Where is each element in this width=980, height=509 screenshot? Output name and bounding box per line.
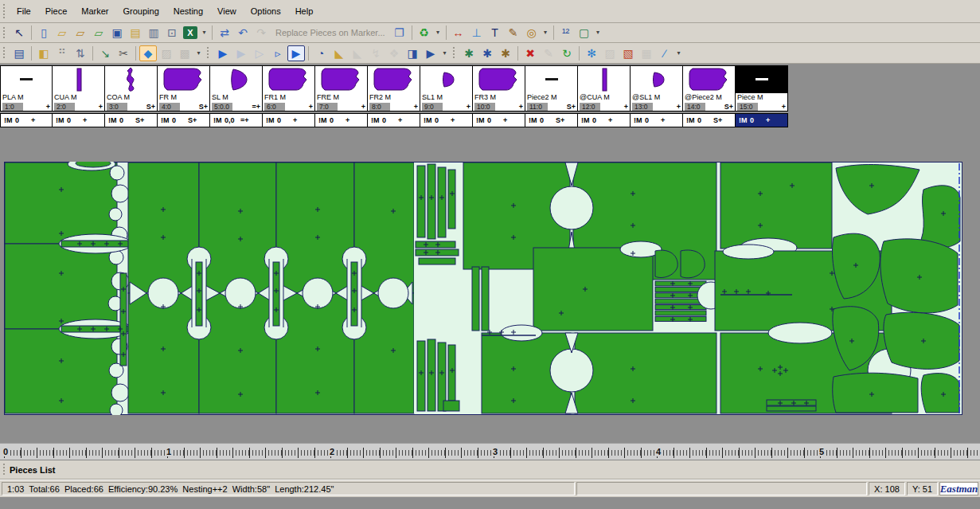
piece-status-cell[interactable]: !M 0 S+ — [105, 113, 158, 127]
redo-icon[interactable]: ↷ — [252, 25, 270, 41]
refresh-icon[interactable]: ↻ — [558, 45, 576, 61]
piece-cell-piece2-m[interactable]: Piece2 M 11:0 S+ — [525, 65, 578, 112]
piece-status-cell[interactable]: !M 0 S+ — [158, 113, 210, 127]
piece-status-cell[interactable]: !M 0 + — [315, 113, 368, 127]
open-folder-icon[interactable]: ▱ — [53, 25, 71, 41]
toolbar-grip[interactable] — [452, 46, 456, 61]
nest-tools3-icon[interactable]: ✱ — [497, 45, 514, 61]
menu-piece[interactable]: Piece — [38, 4, 75, 18]
piece-status-cell[interactable]: !M 0 + — [0, 113, 53, 127]
piece-status-cell[interactable]: !M 0 + — [53, 113, 105, 127]
piece-status-cell[interactable]: !M 0 + — [736, 113, 788, 127]
angle-tool-icon[interactable]: ∕ — [656, 45, 674, 61]
menu-view[interactable]: View — [210, 4, 244, 18]
piece-status-cell[interactable]: !M 0 + — [473, 113, 525, 127]
piece-cell-sl-m[interactable]: SL M 5:0.0 =+ — [210, 65, 263, 112]
piece-cell-fr3-m[interactable]: FR3 M 10:0 + — [473, 65, 525, 112]
print-icon[interactable]: ▥ — [145, 25, 162, 41]
piece-cell-fr1-m[interactable]: FR1 M 6:0 + — [263, 65, 315, 112]
piece-cell-cua-m[interactable]: CUA M 2:0 + — [53, 65, 105, 112]
piece-status-cell[interactable]: !M 0 + — [263, 113, 315, 127]
marker-canvas[interactable] — [4, 162, 965, 415]
piece-list-icon[interactable]: ◧ — [35, 45, 53, 61]
piece-status-cell[interactable]: !M 0 + — [420, 113, 473, 127]
nest-start-icon[interactable]: ▶ — [214, 45, 232, 61]
delete-icon[interactable]: ✖ — [521, 45, 539, 61]
nest-pause-icon[interactable]: ▶ — [232, 45, 250, 61]
recycle-icon[interactable]: ♻ — [416, 25, 433, 41]
menu-marker[interactable]: Marker — [74, 4, 115, 18]
quick-nest-icon[interactable]: ↯ — [367, 45, 385, 61]
piece-status-cell[interactable]: !M 0 S+ — [683, 113, 736, 127]
piece-cell-fr-m[interactable]: FR M 4:0 S+ — [158, 65, 210, 112]
dropdown-caret-icon[interactable]: ▾ — [200, 25, 209, 41]
measure-icon[interactable]: ↔ — [450, 25, 467, 41]
piece-cell--piece2-m[interactable]: @Piece2 M 14:0 S+ — [683, 65, 736, 112]
drop-pieces-icon[interactable]: ◣ — [330, 45, 348, 61]
menu-help[interactable]: Help — [288, 4, 321, 18]
dropdown-caret-icon[interactable]: ▾ — [594, 25, 603, 41]
nest-area-icon[interactable]: ▹ — [269, 45, 287, 61]
select-pointer-icon[interactable]: ↖ — [10, 25, 28, 41]
fabric-drop-icon[interactable]: ◆ — [139, 45, 157, 61]
piece-cell--cua-m[interactable]: @CUA M 12:0 + — [578, 65, 631, 112]
paste-to-marker-icon[interactable]: ❐ — [391, 25, 408, 41]
toolbar-grip[interactable] — [2, 3, 6, 19]
drop-pieces-alt-icon[interactable]: ◣ — [349, 45, 366, 61]
replace-pieces-icon[interactable]: ⇄ — [216, 25, 233, 41]
cut-pieces-icon[interactable]: ✂ — [115, 45, 132, 61]
piece-status-cell[interactable]: !M 0 + — [578, 113, 631, 127]
piece-cell-pla-m[interactable]: PLA M 1:0 + — [0, 65, 53, 112]
print-preview-icon[interactable]: ⊡ — [163, 25, 181, 41]
edit-icon[interactable]: ✎ — [540, 45, 557, 61]
export-excel-icon[interactable]: X — [183, 26, 197, 39]
piece-status-cell[interactable]: !M 0,0 =+ — [210, 113, 263, 127]
save-icon[interactable]: ▣ — [108, 25, 126, 41]
pen-tool-icon[interactable]: ✎ — [505, 25, 522, 41]
menu-file[interactable]: File — [10, 4, 38, 18]
piece-grid-icon[interactable]: ⠛ — [53, 45, 71, 61]
piece-status-cell[interactable]: !M 0 S+ — [525, 113, 578, 127]
nest-window-icon[interactable]: ▶ — [287, 45, 305, 61]
open-folder-refresh-icon[interactable]: ▱ — [90, 25, 107, 41]
save-as-icon[interactable]: ▤ — [127, 25, 144, 41]
piece-swap-icon[interactable]: ⇅ — [72, 45, 89, 61]
play-list-icon[interactable]: ▶ — [422, 45, 439, 61]
play-single-icon[interactable]: ◨ — [404, 45, 421, 61]
new-document-icon[interactable]: ▯ — [35, 25, 53, 41]
toolbar-grip[interactable] — [206, 46, 210, 61]
toolbar-grip[interactable] — [2, 46, 6, 61]
menu-grouping[interactable]: Grouping — [116, 4, 166, 18]
piece-cell--sl1-m[interactable]: @SL1 M 13:0 + — [631, 65, 683, 112]
fabric-pattern-icon[interactable]: ▨ — [158, 45, 175, 61]
piece-cell-sl1-m[interactable]: SL1 M 9:0 + — [420, 65, 473, 112]
open-folder-update-icon[interactable]: ▱ — [72, 25, 89, 41]
nest-timer-icon[interactable]: ◔ — [312, 45, 330, 61]
text-tool-icon[interactable]: T — [486, 25, 504, 41]
menu-nesting[interactable]: Nesting — [166, 4, 210, 18]
nest-tools-icon[interactable]: ✱ — [460, 45, 478, 61]
piece-status-cell[interactable]: !M 0 + — [368, 113, 420, 127]
nest-step-icon[interactable]: ▷ — [251, 45, 268, 61]
perpendicular-icon[interactable]: ⊥ — [468, 25, 486, 41]
dropdown-caret-icon[interactable]: ▾ — [674, 45, 683, 61]
piece-cell-fr2-m[interactable]: FR2 M 8:0 + — [368, 65, 420, 112]
manual-nest-icon[interactable]: ❖ — [385, 45, 403, 61]
undo-icon[interactable]: ↶ — [234, 25, 252, 41]
piece-cell-fre-m[interactable]: FRE M 7:0 + — [315, 65, 368, 112]
bin-icon[interactable]: ▦ — [638, 45, 655, 61]
piece-numbers-icon[interactable]: ¹² — [557, 25, 575, 41]
hatch-icon[interactable]: ▨ — [601, 45, 619, 61]
dropdown-caret-icon[interactable]: ▾ — [541, 25, 550, 41]
ruler[interactable]: 012345 — [0, 443, 980, 460]
nest-tools2-icon[interactable]: ✱ — [478, 45, 496, 61]
marker-length-icon[interactable]: ▢ — [576, 25, 593, 41]
hatch-tools-icon[interactable]: ▧ — [619, 45, 637, 61]
piece-cell-coa-m[interactable]: COA M 3:0 S+ — [105, 65, 158, 112]
dropdown-caret-icon[interactable]: ▾ — [440, 45, 449, 61]
import-pieces-icon[interactable]: ↘ — [96, 45, 114, 61]
dropdown-caret-icon[interactable]: ▾ — [434, 25, 443, 41]
marker-settings-icon[interactable]: ▤ — [10, 45, 28, 61]
sweep-icon[interactable]: ✻ — [583, 45, 600, 61]
piece-cell-piece-m[interactable]: Piece M 15:0 + — [736, 65, 788, 112]
